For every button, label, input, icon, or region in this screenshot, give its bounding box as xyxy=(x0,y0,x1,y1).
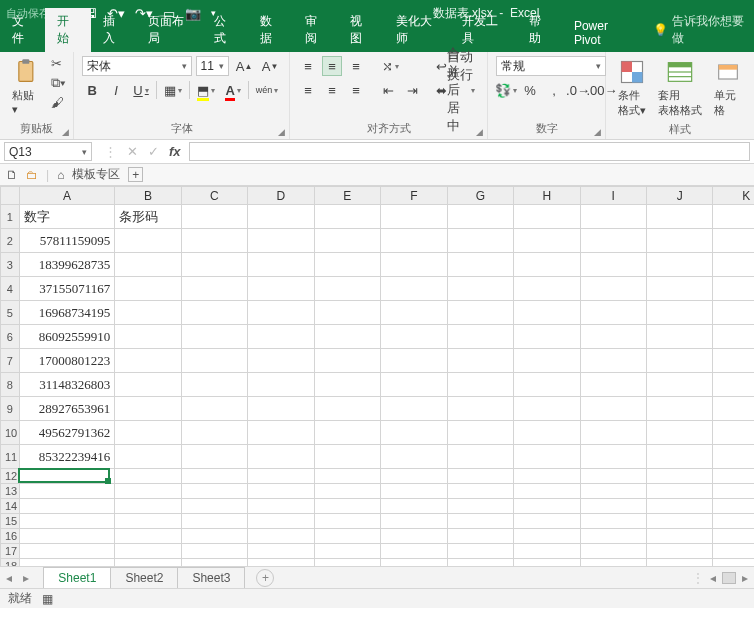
cell[interactable]: 86092559910 xyxy=(19,325,115,349)
cell[interactable] xyxy=(248,469,314,484)
cell[interactable] xyxy=(115,325,181,349)
tab-formulas[interactable]: 公式 xyxy=(202,8,247,52)
cell[interactable] xyxy=(181,529,247,544)
cells-table[interactable]: A B C D E F G H I J K 1数字条形码257811159095… xyxy=(0,186,754,566)
cell[interactable] xyxy=(248,559,314,567)
cell[interactable] xyxy=(115,529,181,544)
cell[interactable] xyxy=(314,469,380,484)
align-left-icon[interactable]: ≡ xyxy=(298,80,318,100)
increase-indent-icon[interactable]: ⇥ xyxy=(402,80,422,100)
col-header[interactable]: G xyxy=(447,187,513,205)
cell[interactable] xyxy=(580,484,646,499)
cell[interactable] xyxy=(713,253,754,277)
cell[interactable] xyxy=(713,499,754,514)
cell[interactable] xyxy=(248,397,314,421)
row-header[interactable]: 8 xyxy=(1,373,20,397)
cell[interactable] xyxy=(713,325,754,349)
cell[interactable] xyxy=(381,544,447,559)
col-header[interactable]: K xyxy=(713,187,754,205)
cell[interactable] xyxy=(580,469,646,484)
cell[interactable] xyxy=(248,325,314,349)
col-header[interactable]: C xyxy=(181,187,247,205)
cell[interactable] xyxy=(646,529,712,544)
worksheet-grid[interactable]: A B C D E F G H I J K 1数字条形码257811159095… xyxy=(0,186,754,566)
accounting-format-icon[interactable]: 💱▾ xyxy=(496,80,516,100)
cell[interactable] xyxy=(314,301,380,325)
row-header[interactable]: 7 xyxy=(1,349,20,373)
cell[interactable] xyxy=(447,421,513,445)
cell[interactable] xyxy=(248,349,314,373)
cell[interactable] xyxy=(447,277,513,301)
font-color-button[interactable]: A▾ xyxy=(222,80,244,100)
cell[interactable]: 28927653961 xyxy=(19,397,115,421)
cell[interactable] xyxy=(115,559,181,567)
cell[interactable] xyxy=(646,499,712,514)
cell[interactable] xyxy=(713,469,754,484)
col-header[interactable]: B xyxy=(115,187,181,205)
align-middle-icon[interactable]: ≡ xyxy=(322,56,342,76)
cell[interactable] xyxy=(115,349,181,373)
cell[interactable] xyxy=(19,544,115,559)
tell-me[interactable]: 💡 告诉我你想要做 xyxy=(643,8,754,52)
italic-button[interactable]: I xyxy=(106,80,126,100)
add-subtab-button[interactable]: + xyxy=(128,167,143,182)
cell[interactable] xyxy=(248,205,314,229)
fill-color-button[interactable]: ⬒▾ xyxy=(194,80,218,100)
cell[interactable] xyxy=(447,253,513,277)
cell[interactable]: 37155071167 xyxy=(19,277,115,301)
cell[interactable] xyxy=(248,499,314,514)
cell[interactable]: 49562791362 xyxy=(19,421,115,445)
cell[interactable] xyxy=(447,499,513,514)
name-box[interactable]: Q13▾ xyxy=(4,142,92,161)
cell[interactable] xyxy=(646,349,712,373)
font-size-combo[interactable]: 11▾ xyxy=(196,56,230,76)
tab-insert[interactable]: 插入 xyxy=(91,8,136,52)
cell[interactable] xyxy=(181,445,247,469)
col-header[interactable]: E xyxy=(314,187,380,205)
cell[interactable] xyxy=(447,445,513,469)
cell[interactable] xyxy=(514,499,580,514)
row-header[interactable]: 6 xyxy=(1,325,20,349)
cell[interactable] xyxy=(314,529,380,544)
cell[interactable] xyxy=(713,484,754,499)
cell[interactable] xyxy=(447,484,513,499)
cell[interactable] xyxy=(514,559,580,567)
cell[interactable] xyxy=(713,205,754,229)
cell[interactable] xyxy=(713,277,754,301)
orientation-icon[interactable]: ⤭▾ xyxy=(378,56,403,76)
horizontal-scroll[interactable]: ⋮◂ ▸ xyxy=(692,571,748,585)
cell[interactable]: 条形码 xyxy=(115,205,181,229)
cell[interactable] xyxy=(580,544,646,559)
cell[interactable] xyxy=(580,529,646,544)
row-header[interactable]: 10 xyxy=(1,421,20,445)
cell[interactable] xyxy=(381,229,447,253)
conditional-format-button[interactable]: 条件格式▾ xyxy=(614,56,650,120)
cell[interactable] xyxy=(514,514,580,529)
cell[interactable] xyxy=(713,397,754,421)
cell[interactable] xyxy=(181,277,247,301)
cell[interactable] xyxy=(181,301,247,325)
cell[interactable] xyxy=(115,544,181,559)
cell[interactable] xyxy=(19,484,115,499)
cell[interactable] xyxy=(713,544,754,559)
tab-view[interactable]: 视图 xyxy=(338,8,383,52)
col-header[interactable]: F xyxy=(381,187,447,205)
cell[interactable] xyxy=(314,229,380,253)
cell[interactable] xyxy=(19,559,115,567)
cell[interactable] xyxy=(381,325,447,349)
cell[interactable] xyxy=(447,544,513,559)
row-header[interactable]: 16 xyxy=(1,529,20,544)
decrease-indent-icon[interactable]: ⇤ xyxy=(378,80,398,100)
cell[interactable] xyxy=(381,484,447,499)
home-icon[interactable]: ⌂ xyxy=(57,168,64,182)
cell[interactable] xyxy=(381,349,447,373)
cell[interactable] xyxy=(314,514,380,529)
cell[interactable] xyxy=(514,349,580,373)
cell[interactable] xyxy=(580,499,646,514)
cell[interactable] xyxy=(115,229,181,253)
cell[interactable] xyxy=(514,229,580,253)
cell[interactable] xyxy=(115,301,181,325)
cell[interactable] xyxy=(580,205,646,229)
row-header[interactable]: 18 xyxy=(1,559,20,567)
cell[interactable] xyxy=(181,499,247,514)
